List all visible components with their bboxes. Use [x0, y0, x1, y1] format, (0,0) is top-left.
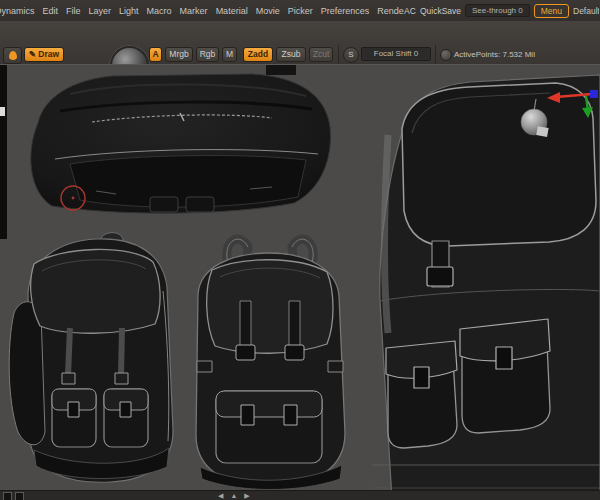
- bottom-scroll-bar: ◀ ▲ ▶: [0, 490, 600, 500]
- menu-file[interactable]: File: [62, 6, 85, 16]
- backpack-front-view[interactable]: [196, 239, 345, 489]
- menu-marker[interactable]: Marker: [176, 6, 212, 16]
- pencil-icon: ✎: [29, 49, 36, 59]
- active-points-icon: [440, 49, 452, 61]
- menu-toggle-button[interactable]: Menu: [534, 4, 569, 18]
- menubar-right-cluster: AC QuickSave See-through 0 Menu Default: [404, 0, 600, 21]
- menu-preferences[interactable]: Preferences: [317, 6, 374, 16]
- zbrush-window: Dynamics Edit File Layer Light Macro Mar…: [0, 0, 600, 500]
- ac-label: AC: [404, 6, 416, 16]
- tray-thumbnail-icon[interactable]: [3, 492, 12, 500]
- scroll-up-icon[interactable]: ▲: [230, 491, 237, 500]
- alpha-swatch-button[interactable]: A: [149, 47, 162, 62]
- menu-movie[interactable]: Movie: [252, 6, 284, 16]
- scroll-right-icon[interactable]: ▶: [244, 491, 249, 500]
- quicksave-button[interactable]: QuickSave: [420, 6, 461, 16]
- canvas-scroll-arrows: ◀ ▲ ▶: [218, 491, 250, 500]
- backpack-closeup-view[interactable]: [372, 75, 600, 491]
- rgb-button[interactable]: Rgb: [196, 47, 219, 62]
- menu-edit[interactable]: Edit: [39, 6, 63, 16]
- zcut-button[interactable]: Zcut: [309, 47, 333, 62]
- menu-layer[interactable]: Layer: [85, 6, 116, 16]
- menu-dynamics[interactable]: Dynamics: [0, 6, 39, 16]
- sculpt-viewport[interactable]: [0, 64, 600, 491]
- focal-shift-slider[interactable]: Focal Shift 0: [361, 47, 431, 61]
- menu-material[interactable]: Material: [212, 6, 252, 16]
- active-points-readout: ActivePoints: 7.532 Mil: [454, 50, 535, 59]
- menubar: Dynamics Edit File Layer Light Macro Mar…: [0, 0, 600, 22]
- top-shelf-toolbar: ✎ Draw Move Scale Rotate A Mrgb Rgb M Rg…: [0, 21, 600, 65]
- lightbox-button[interactable]: [3, 47, 22, 64]
- m-button[interactable]: M: [222, 47, 237, 62]
- backpack-three-quarter-view[interactable]: [9, 233, 173, 483]
- scroll-left-icon[interactable]: ◀: [218, 491, 223, 500]
- canvas-left-edge: [0, 65, 7, 239]
- zsub-button[interactable]: Zsub: [276, 47, 306, 62]
- see-through-slider[interactable]: See-through 0: [465, 4, 530, 17]
- zadd-button[interactable]: Zadd: [243, 47, 273, 62]
- menu-picker[interactable]: Picker: [284, 6, 317, 16]
- default-ui-label[interactable]: Default: [573, 6, 599, 16]
- tray-thumbnail-icon-2[interactable]: [15, 492, 24, 500]
- menu-light[interactable]: Light: [115, 6, 143, 16]
- backpack-top-view[interactable]: [31, 65, 331, 213]
- mrgb-button[interactable]: Mrgb: [165, 47, 193, 62]
- brush-icon: [9, 51, 17, 60]
- menu-macro[interactable]: Macro: [143, 6, 176, 16]
- draw-mode-button[interactable]: ✎ Draw: [24, 47, 64, 62]
- stroke-picker-icon[interactable]: S: [343, 47, 359, 63]
